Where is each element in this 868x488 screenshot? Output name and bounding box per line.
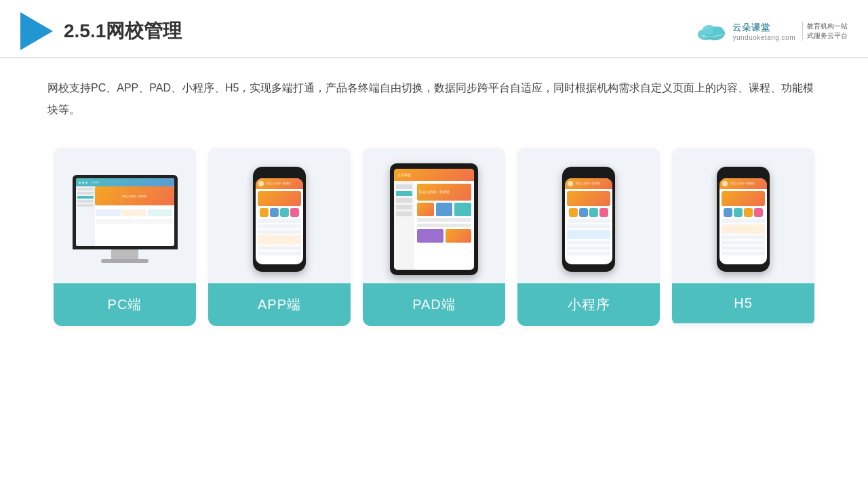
card-label-miniprogram: 小程序 (517, 283, 660, 326)
pc-monitor-icon: 云朵课堂 (73, 175, 178, 263)
cards-container: 云朵课堂 (0, 127, 868, 346)
card-label-pad: PAD端 (363, 283, 505, 326)
card-pad: 云朵课堂 职达人的第一堂课堂 (363, 148, 505, 326)
card-label-pc: PC端 (54, 283, 196, 326)
phone-icon-app: 职达人的第一堂课堂 (253, 167, 306, 272)
header-right: 云朵课堂 yunduoketang.com 教育机构一站 式服务云平台 (694, 21, 848, 41)
card-miniprogram: 职达人的第一堂课堂 (517, 148, 660, 326)
card-image-app: 职达人的第一堂课堂 (208, 148, 351, 283)
card-image-pad: 云朵课堂 职达人的第一堂课堂 (363, 148, 505, 283)
card-label-h5: H5 (672, 283, 814, 323)
cloud-icon (694, 21, 728, 41)
card-label-app: APP端 (208, 283, 351, 326)
logo-triangle-icon (20, 12, 53, 50)
brand-logo: 云朵课堂 yunduoketang.com 教育机构一站 式服务云平台 (694, 21, 848, 41)
header: 2.5.1网校管理 云朵课堂 yunduoketang.com 教育机构一站 式… (0, 0, 868, 58)
card-app: 职达人的第一堂课堂 (208, 148, 351, 326)
header-left: 2.5.1网校管理 (20, 12, 182, 50)
card-h5: 职达人的第一堂课堂 (672, 148, 814, 326)
tablet-icon-pad: 云朵课堂 职达人的第一堂课堂 (390, 163, 478, 275)
card-image-h5: 职达人的第一堂课堂 (672, 148, 814, 283)
card-image-miniprogram: 职达人的第一堂课堂 (517, 148, 660, 283)
card-image-pc: 云朵课堂 (54, 148, 196, 283)
brand-url: yunduoketang.com (732, 34, 795, 41)
phone-icon-miniprogram: 职达人的第一堂课堂 (562, 167, 615, 272)
phone-icon-h5: 职达人的第一堂课堂 (717, 167, 770, 272)
description-text: 网校支持PC、APP、PAD、小程序、H5，实现多端打通，产品各终端自由切换，数… (0, 58, 868, 127)
brand-icon: 云朵课堂 yunduoketang.com 教育机构一站 式服务云平台 (694, 21, 848, 41)
brand-tagline: 教育机构一站 式服务云平台 (802, 22, 848, 41)
page-title: 2.5.1网校管理 (64, 18, 182, 44)
brand-name: 云朵课堂 (732, 22, 770, 34)
card-pc: 云朵课堂 (54, 148, 196, 326)
